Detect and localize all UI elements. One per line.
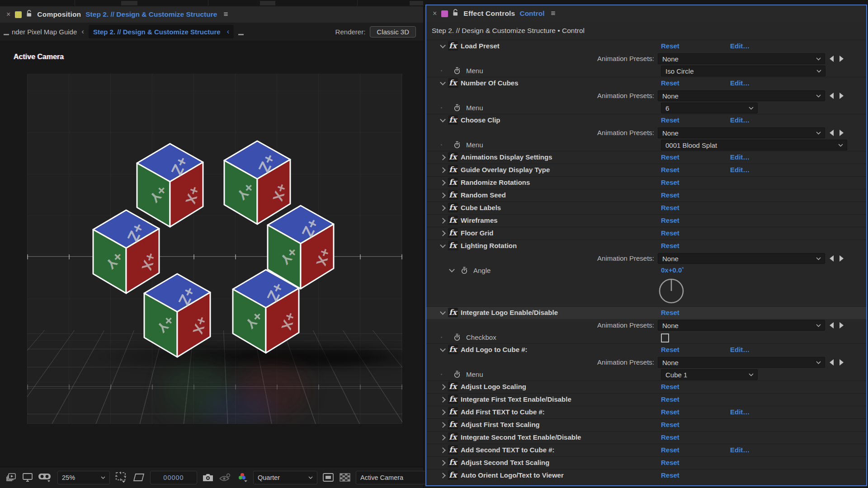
effect-name[interactable]: Wireframes bbox=[461, 216, 498, 224]
reset-link[interactable]: Reset bbox=[661, 229, 679, 237]
previous-preset-arrow[interactable] bbox=[830, 93, 834, 99]
effect-name[interactable]: Auto Orient Logo/Text to Viewer bbox=[461, 471, 564, 479]
reset-link[interactable]: Reset bbox=[661, 309, 679, 316]
reset-link[interactable]: Reset bbox=[661, 79, 679, 87]
effect-name[interactable]: Integrate First Text Enable/Disable bbox=[461, 395, 571, 403]
edit-link[interactable]: Edit… bbox=[730, 446, 750, 454]
expand-caret-icon[interactable] bbox=[440, 409, 446, 415]
reset-link[interactable]: Reset bbox=[661, 408, 679, 416]
show-channel-rgb-icon[interactable] bbox=[236, 472, 248, 483]
expand-caret-icon[interactable] bbox=[440, 167, 446, 173]
composition-viewport[interactable]: +Z +Y +X +Z +Y +X +Z +Y +X +Z +Y +X bbox=[27, 74, 402, 424]
resolution-dropdown[interactable]: Quarter bbox=[253, 471, 317, 484]
effect-name[interactable]: Cube Labels bbox=[461, 204, 501, 211]
iso-cube[interactable]: +Z +Y +X bbox=[141, 271, 213, 358]
expand-caret-icon[interactable] bbox=[440, 460, 446, 466]
iso-cube[interactable]: +Z +Y +X bbox=[230, 267, 302, 354]
composition-label-color-swatch[interactable] bbox=[15, 11, 22, 18]
expand-caret-icon[interactable] bbox=[440, 384, 446, 390]
previous-preset-arrow[interactable] bbox=[830, 359, 834, 366]
effect-name[interactable]: Add Second TEXT to Cube #: bbox=[461, 446, 555, 454]
effect-name[interactable]: Randomize Rotations bbox=[461, 178, 530, 186]
expand-caret-icon[interactable] bbox=[440, 205, 446, 211]
reset-link[interactable]: Reset bbox=[661, 153, 679, 161]
collapse-caret-icon[interactable] bbox=[440, 42, 446, 48]
next-preset-arrow[interactable] bbox=[840, 56, 844, 62]
3d-view-dropdown[interactable]: Active Camera bbox=[356, 471, 432, 484]
effect-name[interactable]: Choose Clip bbox=[461, 116, 500, 124]
panel-grip[interactable] bbox=[238, 34, 244, 35]
fx-badge-icon[interactable]: fx bbox=[448, 458, 458, 467]
reset-link[interactable]: Reset bbox=[661, 433, 679, 441]
next-preset-arrow[interactable] bbox=[840, 359, 844, 366]
fx-badge-icon[interactable]: fx bbox=[448, 178, 458, 187]
next-preset-arrow[interactable] bbox=[840, 93, 844, 99]
effect-name[interactable]: Adjust Logo Scaling bbox=[461, 383, 526, 390]
previous-preset-arrow[interactable] bbox=[830, 322, 834, 328]
reset-link[interactable]: Reset bbox=[661, 383, 679, 390]
breadcrumb-previous-comp[interactable]: nder Pixel Map Guide bbox=[12, 28, 77, 36]
angle-dial[interactable] bbox=[658, 277, 685, 305]
fx-badge-icon[interactable]: fx bbox=[448, 152, 458, 162]
collapse-caret-icon[interactable] bbox=[440, 117, 446, 122]
menu-value-dropdown[interactable]: Iso Circle bbox=[661, 66, 826, 76]
effect-name[interactable]: Floor Grid bbox=[461, 229, 494, 237]
fx-badge-icon[interactable]: fx bbox=[448, 394, 458, 404]
layer-label-color-swatch[interactable] bbox=[441, 10, 448, 17]
reset-link[interactable]: Reset bbox=[661, 191, 679, 199]
previous-preset-arrow[interactable] bbox=[830, 255, 834, 262]
animation-presets-dropdown[interactable]: None bbox=[658, 357, 825, 368]
close-tab-icon[interactable]: × bbox=[433, 9, 437, 18]
reset-link[interactable]: Reset bbox=[661, 459, 679, 466]
next-preset-arrow[interactable] bbox=[840, 255, 844, 262]
magnification-dropdown[interactable]: 25% bbox=[57, 471, 110, 484]
show-snapshot-eye-icon[interactable] bbox=[219, 473, 231, 483]
checkbox-input[interactable] bbox=[661, 333, 669, 343]
edit-link[interactable]: Edit… bbox=[730, 79, 750, 87]
stopwatch-icon[interactable] bbox=[453, 333, 461, 343]
angle-value[interactable]: 0x+0.0° bbox=[661, 266, 684, 274]
effect-name[interactable]: Load Preset bbox=[461, 42, 500, 50]
effect-name[interactable]: Animations Display Settings bbox=[461, 153, 552, 161]
fx-badge-icon[interactable]: fx bbox=[448, 190, 458, 200]
fx-badge-icon[interactable]: fx bbox=[448, 407, 458, 417]
menu-value-dropdown[interactable]: 6 bbox=[661, 103, 758, 113]
reset-link[interactable]: Reset bbox=[661, 446, 679, 454]
effect-name[interactable]: Adjust First Text Scaling bbox=[461, 421, 540, 428]
region-of-interest-icon[interactable] bbox=[115, 472, 127, 483]
fx-badge-icon[interactable]: fx bbox=[448, 345, 458, 354]
next-preset-arrow[interactable] bbox=[840, 130, 844, 136]
fx-badge-icon[interactable]: fx bbox=[448, 228, 458, 238]
reset-link[interactable]: Reset bbox=[661, 178, 679, 186]
previous-preset-arrow[interactable] bbox=[830, 130, 834, 136]
snapshot-camera-icon[interactable] bbox=[202, 473, 214, 482]
expand-caret-icon[interactable] bbox=[440, 218, 446, 224]
collapse-caret-icon[interactable] bbox=[440, 346, 446, 352]
effect-name[interactable]: Add Logo to Cube #: bbox=[461, 346, 527, 353]
reset-link[interactable]: Reset bbox=[661, 204, 679, 211]
fx-badge-icon[interactable]: fx bbox=[448, 445, 458, 455]
fx-badge-icon[interactable]: fx bbox=[448, 382, 458, 391]
expand-caret-icon[interactable] bbox=[440, 230, 446, 236]
expand-caret-icon[interactable] bbox=[440, 435, 446, 441]
monitor-icon[interactable] bbox=[22, 473, 33, 483]
breadcrumb-current-comp[interactable]: Step 2. // Design & Customize Structure … bbox=[89, 25, 234, 38]
fast-previews-icon[interactable] bbox=[322, 473, 334, 483]
unlock-icon[interactable] bbox=[453, 9, 459, 18]
expand-caret-icon[interactable] bbox=[440, 473, 446, 479]
effect-name[interactable]: Random Seed bbox=[461, 191, 506, 199]
animation-presets-dropdown[interactable]: None bbox=[658, 53, 825, 64]
expand-caret-icon[interactable] bbox=[440, 447, 446, 453]
reset-link[interactable]: Reset bbox=[661, 471, 679, 479]
reset-link[interactable]: Reset bbox=[661, 116, 679, 124]
animation-presets-dropdown[interactable]: None bbox=[658, 90, 825, 101]
timecode-field[interactable]: 00000 bbox=[150, 471, 197, 484]
close-tab-icon[interactable]: × bbox=[6, 10, 10, 19]
transparency-grid-icon[interactable] bbox=[339, 473, 351, 483]
collapse-caret-icon[interactable] bbox=[449, 267, 455, 272]
expand-caret-icon[interactable] bbox=[440, 180, 446, 186]
fx-badge-icon[interactable]: fx bbox=[448, 78, 458, 88]
panel-grip[interactable] bbox=[4, 34, 9, 35]
reset-link[interactable]: Reset bbox=[661, 421, 679, 428]
effect-name[interactable]: Integrate Logo Enable/Disable bbox=[461, 309, 558, 316]
